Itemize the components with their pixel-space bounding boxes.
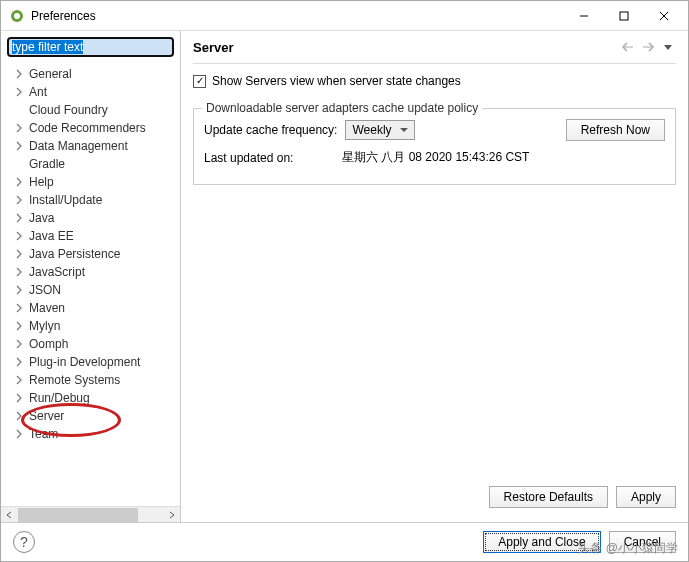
fieldset-legend: Downloadable server adapters cache updat… — [202, 101, 482, 115]
tree-item[interactable]: Gradle — [1, 155, 180, 173]
tree-item[interactable]: Java Persistence — [1, 245, 180, 263]
scroll-right-button[interactable] — [164, 507, 180, 523]
show-servers-checkbox[interactable] — [193, 75, 206, 88]
nav-forward-icon[interactable] — [640, 39, 656, 55]
help-icon[interactable]: ? — [13, 531, 35, 553]
nav-back-icon[interactable] — [620, 39, 636, 55]
tree-item-label: Ant — [29, 85, 47, 99]
apply-button[interactable]: Apply — [616, 486, 676, 508]
tree-item[interactable]: Server — [1, 407, 180, 425]
chevron-right-icon[interactable] — [13, 356, 25, 368]
chevron-right-icon[interactable] — [13, 266, 25, 278]
show-servers-checkbox-row[interactable]: Show Servers view when server state chan… — [193, 74, 676, 88]
refresh-now-button[interactable]: Refresh Now — [566, 119, 665, 141]
tree-item-label: Maven — [29, 301, 65, 315]
tree-item-label: Oomph — [29, 337, 68, 351]
tree-item[interactable]: Cloud Foundry — [1, 101, 180, 119]
chevron-right-icon[interactable] — [13, 428, 25, 440]
tree-item[interactable]: Plug-in Development — [1, 353, 180, 371]
category-tree[interactable]: GeneralAntCloud FoundryCode Recommenders… — [1, 63, 180, 506]
page-title: Server — [193, 40, 620, 55]
chevron-right-icon[interactable] — [13, 230, 25, 242]
chevron-right-icon[interactable] — [13, 374, 25, 386]
maximize-button[interactable] — [604, 2, 644, 30]
filter-input[interactable] — [7, 37, 174, 57]
tree-item[interactable]: Mylyn — [1, 317, 180, 335]
tree-item-label: JSON — [29, 283, 61, 297]
tree-item-label: Gradle — [29, 157, 65, 171]
tree-item[interactable]: JavaScript — [1, 263, 180, 281]
svg-rect-3 — [620, 12, 628, 20]
tree-item[interactable]: Code Recommenders — [1, 119, 180, 137]
chevron-right-icon[interactable] — [13, 194, 25, 206]
tree-item[interactable]: Run/Debug — [1, 389, 180, 407]
watermark: 头条 @小小猿同学 — [578, 540, 678, 557]
tree-item[interactable]: Team — [1, 425, 180, 443]
tree-item[interactable]: Oomph — [1, 335, 180, 353]
tree-item[interactable]: Maven — [1, 299, 180, 317]
minimize-button[interactable] — [564, 2, 604, 30]
tree-item-label: Team — [29, 427, 58, 441]
tree-item-label: Java — [29, 211, 54, 225]
tree-item[interactable]: Install/Update — [1, 191, 180, 209]
chevron-right-icon[interactable] — [13, 212, 25, 224]
close-button[interactable] — [644, 2, 684, 30]
window-title: Preferences — [31, 9, 564, 23]
chevron-right-icon[interactable] — [13, 122, 25, 134]
scroll-thumb[interactable] — [18, 508, 138, 522]
main-footer: Restore Defaults Apply — [193, 478, 676, 516]
sidebar: GeneralAntCloud FoundryCode Recommenders… — [1, 31, 181, 522]
menu-dropdown-icon[interactable] — [660, 39, 676, 55]
tree-item-label: General — [29, 67, 72, 81]
main-header: Server — [193, 37, 676, 64]
scroll-track[interactable] — [17, 507, 164, 523]
scroll-left-button[interactable] — [1, 507, 17, 523]
svg-point-1 — [14, 13, 20, 19]
tree-item[interactable]: JSON — [1, 281, 180, 299]
chevron-right-icon[interactable] — [13, 140, 25, 152]
tree-item[interactable]: Help — [1, 173, 180, 191]
frequency-label: Update cache frequency: — [204, 123, 337, 137]
tree-item-label: JavaScript — [29, 265, 85, 279]
tree-item[interactable]: Java EE — [1, 227, 180, 245]
last-updated-value: 星期六 八月 08 2020 15:43:26 CST — [342, 149, 529, 166]
tree-item-label: Install/Update — [29, 193, 102, 207]
tree-item-label: Mylyn — [29, 319, 60, 333]
tree-item-label: Help — [29, 175, 54, 189]
tree-item-label: Server — [29, 409, 64, 423]
chevron-right-icon[interactable] — [13, 68, 25, 80]
chevron-right-icon[interactable] — [13, 248, 25, 260]
tree-item-label: Java Persistence — [29, 247, 120, 261]
last-updated-label: Last updated on: — [204, 151, 334, 165]
tree-item[interactable]: Java — [1, 209, 180, 227]
chevron-right-icon[interactable] — [13, 320, 25, 332]
frequency-select[interactable]: Weekly — [345, 120, 415, 140]
chevron-right-icon[interactable] — [13, 284, 25, 296]
content-area: Show Servers view when server state chan… — [193, 64, 676, 478]
restore-defaults-button[interactable]: Restore Defaults — [489, 486, 608, 508]
chevron-right-icon[interactable] — [13, 86, 25, 98]
tree-item-label: Cloud Foundry — [29, 103, 108, 117]
titlebar: Preferences — [1, 1, 688, 31]
chevron-right-icon[interactable] — [13, 392, 25, 404]
main-panel: Server Show Servers view when server sta… — [181, 31, 688, 522]
tree-item[interactable]: Remote Systems — [1, 371, 180, 389]
chevron-right-icon[interactable] — [13, 410, 25, 422]
tree-item-label: Java EE — [29, 229, 74, 243]
tree-item-label: Run/Debug — [29, 391, 90, 405]
tree-item[interactable]: Data Management — [1, 137, 180, 155]
tree-item[interactable]: Ant — [1, 83, 180, 101]
chevron-right-icon[interactable] — [13, 302, 25, 314]
cache-policy-fieldset: Downloadable server adapters cache updat… — [193, 108, 676, 185]
tree-item[interactable]: General — [1, 65, 180, 83]
app-icon — [9, 8, 25, 24]
tree-item-label: Plug-in Development — [29, 355, 140, 369]
show-servers-label: Show Servers view when server state chan… — [212, 74, 461, 88]
dialog-body: GeneralAntCloud FoundryCode Recommenders… — [1, 31, 688, 522]
chevron-right-icon[interactable] — [13, 338, 25, 350]
preferences-window: Preferences GeneralAntCloud FoundryCode … — [0, 0, 689, 562]
horizontal-scrollbar[interactable] — [1, 506, 180, 522]
svg-marker-8 — [664, 45, 672, 50]
tree-item-label: Remote Systems — [29, 373, 120, 387]
chevron-right-icon[interactable] — [13, 176, 25, 188]
